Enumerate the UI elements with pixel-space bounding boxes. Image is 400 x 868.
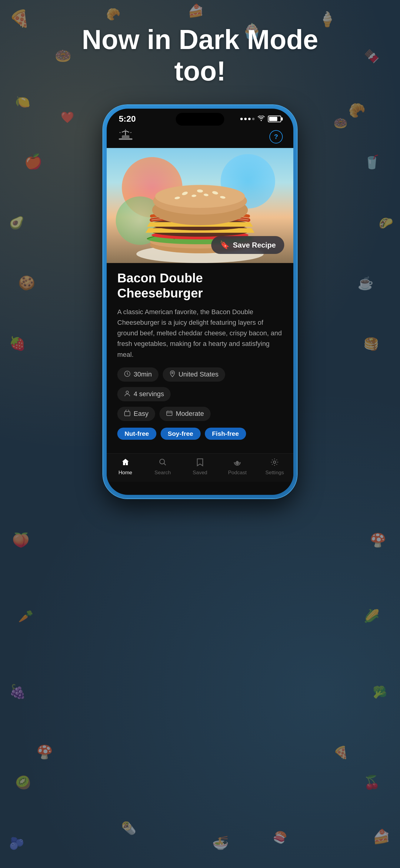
difficulty-tags-row: Easy Moderate <box>117 407 283 421</box>
svg-rect-35 <box>122 135 130 139</box>
svg-point-60 <box>126 391 128 394</box>
difficulty-label: Easy <box>134 410 148 417</box>
nav-item-home[interactable]: Home <box>113 458 138 476</box>
nav-home-label: Home <box>118 470 132 476</box>
clock-icon <box>124 370 131 379</box>
diet-tags-row: Nut-free Soy-free Fish-free <box>117 428 283 440</box>
svg-point-67 <box>273 461 276 463</box>
origin-tag: United States <box>163 367 225 382</box>
svg-point-59 <box>172 372 173 373</box>
time-tag: 30min <box>117 367 159 382</box>
nav-search-label: Search <box>154 470 171 476</box>
origin-label: United States <box>178 370 219 378</box>
save-recipe-label: Save Recipe <box>233 241 276 249</box>
main-wrapper: Now in Dark Mode too! 5:20 <box>0 0 400 868</box>
signal-dot-2 <box>244 118 247 120</box>
help-button[interactable]: ? <box>269 130 283 144</box>
nav-settings-label: Settings <box>265 470 284 476</box>
signal-dots <box>240 118 255 120</box>
app-header: ? <box>107 127 293 148</box>
cost-icon <box>166 410 173 418</box>
cost-label: Moderate <box>176 410 204 417</box>
nav-item-saved[interactable]: Saved <box>188 458 212 476</box>
recipe-description: A classic American favorite, the Bacon D… <box>117 307 283 360</box>
wifi-icon <box>258 115 265 123</box>
save-recipe-button[interactable]: 🔖 Save Recipe <box>211 236 284 254</box>
diet-tag-soy-free-label: Soy-free <box>168 430 193 437</box>
signal-dot-4 <box>252 118 255 120</box>
nav-item-settings[interactable]: Settings <box>262 458 287 476</box>
diet-tag-nut-free: Nut-free <box>117 428 156 440</box>
help-icon: ? <box>274 133 278 141</box>
status-icons <box>240 115 281 123</box>
recipe-title: Bacon Double Cheeseburger <box>117 271 283 301</box>
svg-point-50 <box>155 185 245 208</box>
nav-saved-label: Saved <box>193 470 207 476</box>
svg-line-37 <box>120 132 120 133</box>
svg-rect-61 <box>124 412 130 416</box>
diet-tag-fish-free: Fish-free <box>205 428 246 440</box>
phone-outer: 5:20 <box>103 105 297 498</box>
status-bar: 5:20 <box>107 108 293 127</box>
svg-point-63 <box>160 459 165 464</box>
food-image-container: 🔖 Save Recipe <box>107 148 293 263</box>
recipe-tags-row2: 4 servings <box>117 387 283 401</box>
status-time: 5:20 <box>119 114 136 124</box>
signal-dot-3 <box>248 118 251 120</box>
servings-label: 4 servings <box>134 390 164 398</box>
diet-tag-nut-free-label: Nut-free <box>124 430 149 437</box>
headline-line2: too! <box>174 56 226 86</box>
phone-inner: 5:20 <box>107 108 293 495</box>
time-label: 30min <box>134 370 152 378</box>
location-icon <box>169 370 175 379</box>
settings-icon <box>270 458 279 468</box>
saved-icon <box>196 458 204 468</box>
svg-rect-62 <box>167 411 172 415</box>
diet-tag-fish-free-label: Fish-free <box>212 430 239 437</box>
dynamic-island <box>176 113 224 126</box>
headline: Now in Dark Mode too! <box>52 0 348 105</box>
nav-podcast-label: Podcast <box>228 470 246 476</box>
difficulty-icon <box>124 410 131 418</box>
difficulty-tag: Easy <box>117 407 155 421</box>
bottom-navigation: Home Search <box>107 453 293 482</box>
app-logo <box>117 128 134 145</box>
search-icon <box>159 458 167 468</box>
person-icon <box>124 390 131 398</box>
home-icon <box>121 458 130 468</box>
recipe-content: Bacon Double Cheeseburger A classic Amer… <box>107 263 293 453</box>
battery-icon <box>268 116 281 122</box>
recipe-tags-row1: 30min United States <box>117 367 283 382</box>
nav-item-podcast[interactable]: Podcast <box>225 458 249 476</box>
nav-item-search[interactable]: Search <box>151 458 175 476</box>
signal-dot-1 <box>240 118 243 120</box>
headline-line1: Now in Dark Mode <box>82 25 318 55</box>
bookmark-icon: 🔖 <box>220 240 229 250</box>
cost-tag: Moderate <box>160 407 210 421</box>
diet-tag-soy-free: Soy-free <box>161 428 201 440</box>
battery-fill <box>269 117 277 121</box>
phone-mockup: 5:20 <box>103 105 297 868</box>
svg-line-38 <box>131 132 131 133</box>
podcast-icon <box>233 458 241 468</box>
servings-tag: 4 servings <box>117 387 171 401</box>
svg-point-64 <box>236 461 238 463</box>
